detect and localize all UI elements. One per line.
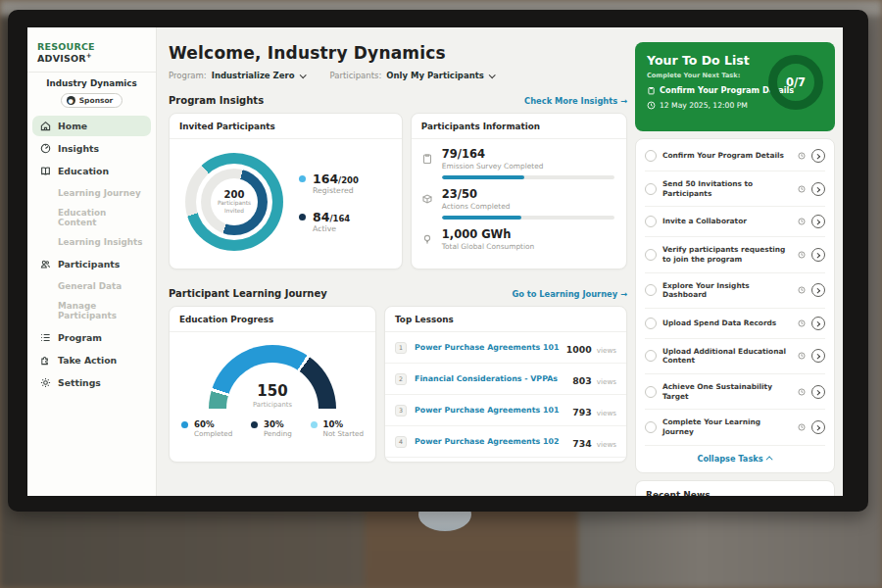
legend-label: Completed: [194, 429, 232, 438]
stat-label: Actions Completed: [442, 202, 614, 211]
task-checkbox[interactable]: [645, 350, 657, 362]
task-row: Upload Additional Educational Content: [645, 339, 825, 374]
lesson-link[interactable]: Power Purchase Agreements 101: [415, 343, 566, 352]
task-row: Confirm Your Program Details: [645, 141, 825, 172]
chevron-right-icon: [814, 321, 820, 327]
task-checkbox[interactable]: [645, 150, 657, 162]
task-open-button[interactable]: [811, 385, 825, 399]
task-open-button[interactable]: [811, 349, 825, 363]
sidebar-item-program[interactable]: Program: [32, 327, 151, 348]
stat-label: Emission Survey Completed: [442, 162, 614, 171]
donut-ring-gap: 200 ParticipantsInvited: [196, 164, 272, 240]
stat-content: 1,000 GWh Total Global Consumption: [442, 227, 614, 251]
progress-track: [442, 175, 614, 179]
sponsor-badge[interactable]: ● Sponsor: [61, 93, 123, 108]
sidebar-item-education-content[interactable]: Education Content: [32, 203, 151, 232]
legend-completed: 60% Completed: [181, 419, 232, 438]
legend-pct: 10%: [323, 419, 364, 429]
chevron-right-icon: [814, 253, 820, 259]
chevron-right-icon: [814, 390, 820, 396]
todo-task-list: Confirm Your Program Details Send 50 Inv…: [635, 138, 835, 473]
program-select[interactable]: Program: Industrialize Zero: [169, 71, 305, 80]
participants-label: Participants:: [330, 71, 382, 80]
todo-progress-ring: 0/7: [768, 55, 823, 110]
insights-cards-row: Invited Participants 200 ParticipantsInv…: [169, 113, 627, 270]
task-open-button[interactable]: [811, 317, 825, 330]
sidebar-item-learning-journey[interactable]: Learning Journey: [32, 183, 151, 203]
lesson-views: 1000 views: [566, 338, 616, 357]
monitor-bezel: RESOURCE ADVISOR+ Industry Dynamics ● Sp…: [8, 10, 868, 512]
sidebar-item-learning-insights[interactable]: Learning Insights: [32, 232, 151, 252]
sidebar-nav: Home Insights Education Learning Journey…: [27, 116, 156, 393]
recent-news-card: Recent News: [635, 480, 835, 497]
filter-bar: Program: Industrialize Zero Participants…: [169, 71, 627, 80]
task-open-button[interactable]: [811, 182, 825, 196]
sidebar-item-insights[interactable]: Insights: [32, 138, 151, 159]
task-label: Send 50 Invitations to Participants: [662, 179, 792, 198]
stat-content: 79/164 Emission Survey Completed: [442, 147, 614, 179]
task-checkbox[interactable]: [645, 216, 657, 227]
program-insights-header: Program Insights Check More Insights →: [169, 95, 627, 106]
sponsor-badge-label: Sponsor: [79, 96, 114, 105]
sidebar-item-manage-participants[interactable]: Manage Participants: [32, 296, 151, 325]
donut-center-label: ParticipantsInvited: [218, 200, 251, 215]
logo-advisor: ADVISOR: [37, 53, 86, 64]
task-label: Upload Spend Data Records: [662, 318, 792, 328]
section-title: Participant Learning Journey: [169, 288, 327, 299]
task-label: Confirm Your Program Details: [662, 151, 792, 161]
progress-fill: [442, 216, 521, 220]
screen: RESOURCE ADVISOR+ Industry Dynamics ● Sp…: [27, 27, 843, 496]
donut-center-value: 200: [224, 189, 245, 200]
task-checkbox[interactable]: [645, 249, 657, 261]
sidebar-item-education[interactable]: Education: [32, 161, 151, 181]
check-more-insights-link[interactable]: Check More Insights →: [524, 96, 627, 106]
lesson-link[interactable]: Financial Considerations - VPPAs: [415, 374, 572, 383]
learning-journey-header: Participant Learning Journey Go to Learn…: [169, 288, 627, 299]
logo-resource: RESOURCE: [37, 41, 95, 52]
sidebar-item-participants[interactable]: Participants: [32, 254, 151, 274]
collapse-tasks-button[interactable]: Collapse Tasks: [645, 446, 825, 470]
gauge-center-value: 150: [257, 384, 287, 399]
task-checkbox[interactable]: [645, 318, 657, 329]
task-row: Explore Your Insights Dashboard: [645, 273, 825, 309]
task-row: Upload Spend Data Records: [645, 309, 825, 339]
participants-select[interactable]: Participants: Only My Participants: [330, 71, 494, 80]
sidebar-item-home[interactable]: Home: [32, 116, 151, 136]
task-checkbox[interactable]: [645, 183, 657, 195]
participants-value: Only My Participants: [386, 71, 484, 80]
legend-value: 164/200: [313, 172, 359, 186]
chevron-down-icon: [299, 72, 306, 78]
chevron-right-icon: [814, 154, 820, 160]
chevron-down-icon: [488, 72, 495, 78]
card-title: Invited Participants: [170, 114, 402, 139]
legend-dot: [251, 421, 258, 428]
sidebar-item-take-action[interactable]: Take Action: [32, 350, 151, 370]
todo-hero-card: Your To Do List Complete Your Next Task:…: [635, 42, 835, 131]
lesson-row: 5 Power Purchase Agreements 103 600 view…: [385, 458, 626, 463]
lesson-link[interactable]: Power Purchase Agreements 101: [415, 406, 572, 415]
legend-pct: 60%: [194, 419, 232, 429]
sidebar-item-label: Insights: [58, 143, 99, 154]
lesson-link[interactable]: Power Purchase Agreements 102: [415, 437, 572, 446]
education-gauge-chart: 150 Participants: [209, 345, 336, 409]
chevron-right-icon: [814, 354, 820, 360]
progress-track: [442, 216, 614, 220]
task-open-button[interactable]: [811, 149, 825, 163]
stat-value: 79/164: [442, 147, 614, 161]
sidebar-item-settings[interactable]: Settings: [32, 372, 151, 393]
task-checkbox[interactable]: [645, 421, 657, 433]
task-open-button[interactable]: [811, 215, 825, 228]
gauge-center-label: Participants: [253, 401, 292, 409]
lesson-views: 793 views: [572, 401, 616, 419]
task-checkbox[interactable]: [645, 284, 657, 296]
task-checkbox[interactable]: [645, 386, 657, 398]
donut-center: 200 ParticipantsInvited: [211, 178, 258, 225]
go-to-learning-journey-link[interactable]: Go to Learning Journey →: [512, 289, 627, 299]
clock-icon: [798, 352, 806, 360]
task-open-button[interactable]: [811, 420, 825, 434]
clock-icon: [798, 319, 806, 327]
clock-icon: [798, 286, 806, 294]
sidebar-item-general-data[interactable]: General Data: [32, 276, 151, 296]
task-open-button[interactable]: [811, 283, 825, 297]
task-open-button[interactable]: [811, 248, 825, 262]
